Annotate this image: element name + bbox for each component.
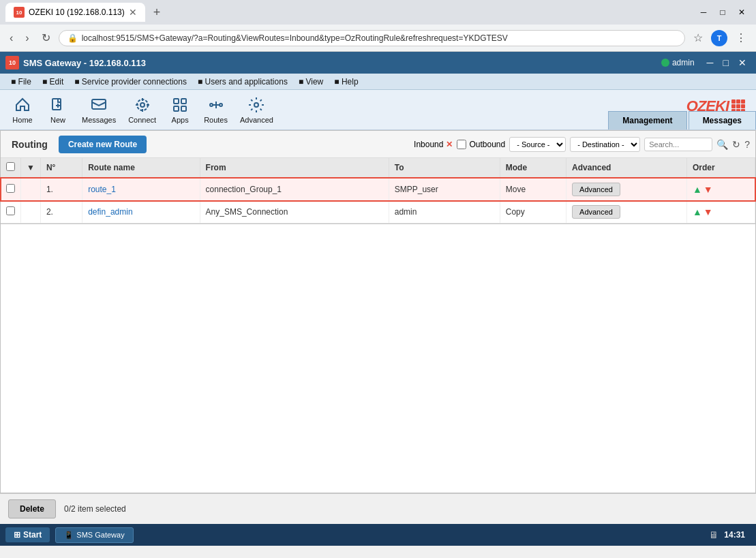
create-route-button[interactable]: Create new Route	[59, 136, 147, 153]
row1-from: connection_Group_1	[200, 178, 389, 201]
row1-mode: Move	[500, 178, 566, 201]
start-label: Start	[23, 530, 42, 540]
toolbar-apps-button[interactable]: Apps	[163, 93, 197, 127]
menu-button[interactable]: ⋮	[731, 29, 751, 47]
row1-order-arrows: ▲ ▼	[693, 184, 749, 195]
svg-rect-7	[181, 106, 186, 111]
toolbar-home-button[interactable]: Home	[5, 93, 40, 127]
inbound-x-button[interactable]: ✕	[446, 140, 453, 149]
connect-icon	[133, 95, 152, 114]
row1-advanced-cell: Advanced	[566, 178, 687, 201]
route1-link[interactable]: route_1	[88, 185, 116, 194]
app-close-button[interactable]: ✕	[734, 56, 751, 69]
toolbar-new-button[interactable]: New	[41, 93, 75, 127]
new-tab-button[interactable]: +	[151, 5, 164, 20]
browser-tab[interactable]: 10 OZEKI 10 (192.168.0.113) ✕	[5, 3, 145, 22]
routes-table: ▼ N° Route name From To Mode Advanced Or…	[1, 158, 755, 223]
table-row: 1. route_1 connection_Group_1 SMPP_user …	[1, 178, 755, 201]
online-indicator	[661, 59, 669, 67]
app-minimize-button[interactable]: ─	[703, 56, 718, 69]
inbound-label: Inbound	[414, 140, 443, 149]
toolbar-advanced-button[interactable]: Advanced	[235, 93, 279, 127]
row2-advanced-button[interactable]: Advanced	[572, 205, 620, 219]
menu-service-provider[interactable]: ■ Service provider connections	[69, 76, 192, 88]
row1-order-cell: ▲ ▼	[686, 178, 755, 201]
row1-down-arrow[interactable]: ▼	[704, 184, 713, 195]
reload-button[interactable]: ↻	[37, 29, 55, 47]
svg-rect-5	[181, 99, 186, 104]
row2-from: Any_SMS_Connection	[200, 201, 389, 223]
outbound-filter: Outbound	[457, 140, 505, 149]
row1-advanced-button[interactable]: Advanced	[572, 183, 620, 196]
maximize-button[interactable]: □	[714, 3, 731, 21]
taskbar: ⊞ Start 📱 SMS Gateway 🖥 14:31	[0, 524, 756, 546]
table-header-row: ▼ N° Route name From To Mode Advanced Or…	[1, 158, 755, 178]
tab-close-button[interactable]: ✕	[129, 7, 137, 18]
route2-link[interactable]: defin_admin	[88, 207, 132, 217]
taskbar-monitor-icon: 🖥	[709, 529, 719, 540]
minimize-button[interactable]: ─	[695, 3, 712, 21]
advanced-icon	[247, 95, 266, 114]
bookmark-button[interactable]: ☆	[689, 29, 707, 47]
taskbar-app-button[interactable]: 📱 SMS Gateway	[55, 527, 133, 543]
toolbar-connect-button[interactable]: Connect	[123, 93, 162, 127]
app-maximize-button[interactable]: □	[719, 56, 733, 69]
svg-point-2	[140, 103, 145, 107]
management-tab[interactable]: Management	[608, 111, 686, 129]
toolbar-routes-button[interactable]: Routes	[198, 93, 233, 127]
content-area: Routing Create new Route Inbound ✕ Outbo…	[0, 130, 756, 224]
table-row: 2. defin_admin Any_SMS_Connection admin …	[1, 201, 755, 223]
forward-button[interactable]: ›	[21, 29, 33, 47]
user-avatar[interactable]: T	[711, 30, 727, 46]
app-window: 10 SMS Gateway - 192.168.0.113 admin ─ □…	[0, 52, 756, 546]
menu-edit[interactable]: ■ Edit	[37, 76, 69, 88]
filter-area: Inbound ✕ Outbound - Source - - Destinat…	[414, 137, 750, 152]
taskbar-clock: 14:31	[724, 530, 745, 540]
row1-up-arrow[interactable]: ▲	[693, 184, 702, 195]
row2-sort-cell	[21, 201, 41, 223]
taskbar-app-icon: 📱	[64, 531, 74, 540]
taskbar-system: 🖥 14:31	[704, 529, 751, 540]
tab-title: OZEKI 10 (192.168.0.113)	[29, 7, 125, 17]
refresh-button[interactable]: ↻	[732, 139, 740, 150]
help-button[interactable]: ?	[744, 139, 750, 150]
bottom-bar: Delete 0/2 item selected	[0, 493, 756, 524]
col-order: Order	[686, 158, 755, 178]
row2-checkbox[interactable]	[6, 206, 15, 215]
outbound-checkbox[interactable]	[457, 140, 466, 149]
messages-tab[interactable]: Messages	[689, 111, 756, 129]
browser-titlebar: 10 OZEKI 10 (192.168.0.113) ✕ + ─ □ ✕	[0, 0, 756, 25]
back-button[interactable]: ‹	[5, 29, 17, 47]
row2-mode: Copy	[500, 201, 566, 223]
menu-file[interactable]: ■ File	[5, 76, 37, 88]
app-titlebar: 10 SMS Gateway - 192.168.0.113 admin ─ □…	[0, 52, 756, 74]
svg-rect-0	[52, 99, 61, 110]
row1-sort-cell	[21, 178, 41, 201]
delete-button[interactable]: Delete	[8, 499, 56, 518]
menu-users[interactable]: ■ Users and applications	[192, 76, 293, 88]
start-button[interactable]: ⊞ Start	[5, 527, 50, 542]
row2-order-arrows: ▲ ▼	[693, 206, 749, 217]
close-button[interactable]: ✕	[733, 3, 751, 21]
address-bar[interactable]: 🔒 localhost:9515/SMS+Gateway/?a=Routing&…	[59, 30, 685, 46]
destination-select[interactable]: - Destination -	[570, 137, 640, 152]
toolbar-messages-button[interactable]: Messages	[76, 93, 121, 127]
row2-down-arrow[interactable]: ▼	[704, 206, 713, 217]
menu-help[interactable]: ■ Help	[329, 76, 363, 88]
address-text: localhost:9515/SMS+Gateway/?a=Routing&Vi…	[82, 33, 676, 43]
search-button[interactable]: 🔍	[716, 139, 728, 150]
select-all-checkbox[interactable]	[6, 162, 15, 171]
routes-icon	[207, 95, 226, 114]
routing-title: Routing	[6, 136, 53, 153]
row2-up-arrow[interactable]: ▲	[693, 206, 702, 217]
browser-controls: ‹ › ↻ 🔒 localhost:9515/SMS+Gateway/?a=Ro…	[0, 25, 756, 52]
source-select[interactable]: - Source -	[509, 137, 566, 152]
col-checkbox	[1, 158, 21, 178]
menu-view[interactable]: ■ View	[293, 76, 329, 88]
col-route-name: Route name	[82, 158, 200, 178]
col-advanced: Advanced	[566, 158, 687, 178]
row2-order-cell: ▲ ▼	[686, 201, 755, 223]
row1-checkbox-cell	[1, 178, 21, 201]
row1-checkbox[interactable]	[6, 184, 15, 193]
search-input[interactable]	[644, 138, 712, 151]
